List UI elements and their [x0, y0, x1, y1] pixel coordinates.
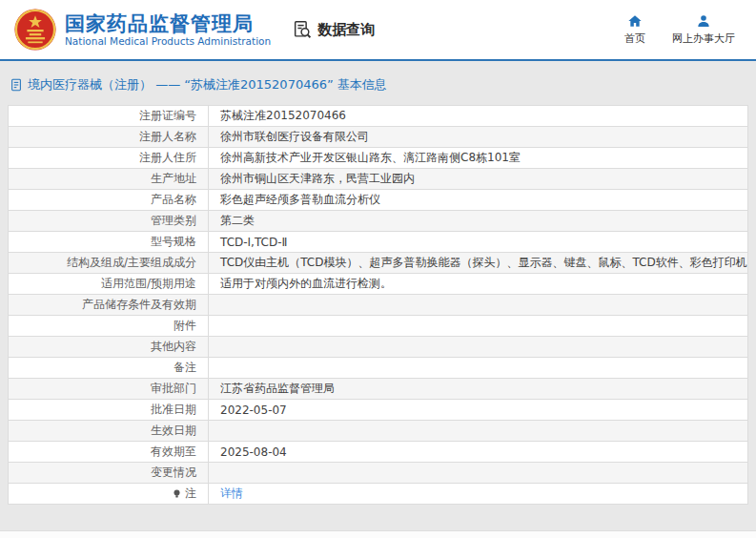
national-emblem-icon	[13, 8, 57, 52]
row-value: 江苏省药品监督管理局	[220, 382, 335, 395]
table-row: 注 详情	[9, 484, 748, 505]
nav-service-hall[interactable]: 网上办事大厅	[672, 13, 735, 46]
breadcrumb: 境内医疗器械（注册） —— “苏械注准20152070466” 基本信息	[0, 61, 756, 105]
table-row: 附件	[9, 316, 748, 337]
row-value: TCD-Ⅰ,TCD-Ⅱ	[220, 236, 287, 249]
row-value: 第二类	[220, 214, 255, 227]
user-icon	[696, 13, 711, 29]
nav-service-hall-label: 网上办事大厅	[672, 31, 735, 46]
table-row: 结构及组成/主要组成成分 TCD仪由主机（TCD模块）、超声多普勒换能器（探头）…	[9, 253, 748, 274]
table-row: 有效期至 2025-08-04	[9, 442, 748, 463]
agency-subtitle: National Medical Products Administration	[65, 35, 271, 47]
table-row: 产品储存条件及有效期	[9, 295, 748, 316]
agency-logo: 国家药品监督管理局 National Medical Products Admi…	[13, 8, 271, 52]
agency-title: 国家药品监督管理局	[65, 12, 271, 35]
table-row: 适用范围/预期用途 适用于对颅内外的血流进行检测。	[9, 274, 748, 295]
info-table-body: 注册证编号 苏械注准20152070466 注册人名称 徐州市联创医疗设备有限公…	[9, 106, 748, 505]
row-value: TCD仪由主机（TCD模块）、超声多普勒换能器（探头）、显示器、键盘、鼠标、TC…	[220, 256, 748, 269]
row-label: 适用范围/预期用途	[101, 277, 196, 290]
table-row: 批准日期 2022-05-07	[9, 400, 748, 421]
row-label: 有效期至	[151, 445, 196, 458]
row-value: 适用于对颅内外的血流进行检测。	[220, 277, 392, 290]
row-label: 变更情况	[151, 466, 196, 479]
row-label: 附件	[174, 319, 196, 332]
breadcrumb-text: 境内医疗器械（注册） —— “苏械注准20152070466” 基本信息	[28, 76, 387, 93]
header: 国家药品监督管理局 National Medical Products Admi…	[0, 0, 756, 59]
row-label: 管理类别	[151, 214, 196, 227]
nav-home-label: 首页	[624, 31, 645, 46]
table-row: 产品名称 彩色超声经颅多普勒血流分析仪	[9, 190, 748, 211]
row-label: 备注	[174, 361, 196, 374]
home-icon	[627, 13, 643, 29]
note-icon	[172, 488, 182, 502]
row-value: 徐州市铜山区天津路东，民营工业园内	[220, 172, 415, 185]
table-row: 生效日期	[9, 421, 748, 442]
table-row: 注册人住所 徐州高新技术产业开发区银山路东、漓江路南侧C8栋101室	[9, 148, 748, 169]
row-value: 2025-08-04	[220, 445, 287, 459]
footer-strip	[0, 530, 756, 538]
table-row: 变更情况	[9, 463, 748, 484]
row-label: 型号规格	[151, 235, 196, 248]
row-value: 徐州市联创医疗设备有限公司	[220, 130, 369, 143]
row-label: 注册证编号	[139, 109, 196, 122]
table-row: 生产地址 徐州市铜山区天津路东，民营工业园内	[9, 169, 748, 190]
nav-home[interactable]: 首页	[624, 13, 645, 46]
table-row: 管理类别 第二类	[9, 211, 748, 232]
row-label: 生效日期	[151, 424, 196, 437]
table-row: 型号规格 TCD-Ⅰ,TCD-Ⅱ	[9, 232, 748, 253]
row-label: 批准日期	[151, 403, 196, 416]
table-row: 注册人名称 徐州市联创医疗设备有限公司	[9, 127, 748, 148]
row-label: 注	[185, 486, 196, 500]
row-label: 结构及组成/主要组成成分	[67, 256, 196, 269]
data-query-label: 数据查询	[317, 21, 375, 39]
row-label: 产品名称	[151, 193, 196, 206]
detail-link[interactable]: 详情	[220, 486, 243, 500]
data-query-icon	[292, 19, 313, 40]
table-row: 其他内容	[9, 337, 748, 358]
table-wrap: 注册证编号 苏械注准20152070466 注册人名称 徐州市联创医疗设备有限公…	[8, 105, 748, 505]
table-row: 注册证编号 苏械注准20152070466	[9, 106, 748, 127]
row-value: 苏械注准20152070466	[220, 109, 346, 122]
data-query-tab[interactable]: 数据查询	[292, 19, 375, 40]
table-row: 审批部门 江苏省药品监督管理局	[9, 379, 748, 400]
row-value: 彩色超声经颅多普勒血流分析仪	[220, 193, 380, 206]
row-value: 徐州高新技术产业开发区银山路东、漓江路南侧C8栋101室	[220, 151, 521, 164]
row-label: 注册人住所	[139, 151, 196, 164]
document-icon	[10, 78, 23, 92]
row-label: 生产地址	[151, 172, 196, 185]
row-label: 其他内容	[151, 340, 196, 353]
header-nav: 首页 网上办事大厅	[624, 13, 735, 46]
row-label: 产品储存条件及有效期	[82, 298, 196, 311]
row-value: 2022-05-07	[220, 404, 287, 417]
row-label: 审批部门	[151, 382, 196, 395]
row-label: 注册人名称	[139, 130, 196, 143]
table-row: 备注	[9, 358, 748, 379]
info-table: 注册证编号 苏械注准20152070466 注册人名称 徐州市联创医疗设备有限公…	[8, 105, 748, 505]
